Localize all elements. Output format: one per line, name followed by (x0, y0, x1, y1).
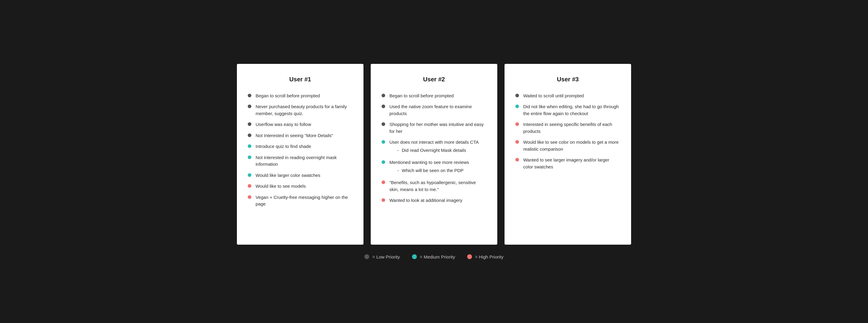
legend-dot-low (364, 254, 369, 259)
low-priority-dot (516, 94, 519, 97)
sub-dash: - (397, 147, 399, 154)
medium-priority-dot (248, 156, 251, 159)
list-item: Would like to see color on models to get… (516, 139, 620, 153)
bullet-list-user2: Began to scroll before promptedUsed the … (381, 93, 487, 204)
list-item-text: User does not interact with more details… (390, 139, 479, 155)
legend-dot-high (467, 254, 472, 259)
list-item: Not Interested in seeing "More Details" (248, 132, 352, 139)
list-item-text: Never purchased beauty products for a fa… (255, 103, 352, 117)
list-item-text: Not interested in reading overnight mask… (255, 154, 352, 168)
high-priority-dot (248, 184, 251, 188)
list-item: User does not interact with more details… (381, 139, 487, 155)
legend-item-low: = Low Priority (364, 254, 400, 259)
high-priority-dot (516, 140, 519, 144)
list-item-text: Began to scroll before prompted (390, 93, 454, 99)
list-item: Never purchased beauty products for a fa… (248, 103, 352, 117)
list-item: Waited to scroll until prompted (516, 93, 620, 99)
list-item: Mentioned wanting to see more reviews-Wh… (381, 159, 487, 175)
list-item-text: Used the native zoom feature to examine … (390, 103, 487, 117)
list-item: "Benefits, such as hypoallergenic, sensi… (381, 179, 487, 193)
high-priority-dot (381, 181, 385, 184)
legend: = Low Priority= Medium Priority= High Pr… (364, 254, 503, 259)
low-priority-dot (381, 122, 385, 126)
medium-priority-dot (381, 140, 385, 144)
list-item: Introduce quiz to find shade (248, 143, 352, 150)
legend-label-low: = Low Priority (372, 254, 400, 259)
list-item-text: Wanted to look at additional imagery (390, 197, 462, 204)
legend-label-high: = High Priority (475, 254, 504, 259)
medium-priority-dot (516, 104, 519, 108)
sub-list-item: -Which will be seen on the PDP (390, 167, 469, 174)
sub-item-text: Did read Overnight Mask details (402, 147, 466, 154)
card-title-user2: User #2 (381, 76, 487, 83)
list-item-text: Would like to see models (255, 183, 306, 190)
list-item-text: Interested in seeing specific benefits o… (523, 121, 620, 135)
card-user1: User #1Began to scroll before promptedNe… (237, 64, 364, 245)
list-item: Wanted to see larger imagery and/or larg… (516, 157, 620, 170)
legend-label-medium: = Medium Priority (420, 254, 455, 259)
sub-dash: - (397, 167, 399, 174)
legend-dot-medium (412, 254, 417, 259)
low-priority-dot (381, 94, 385, 97)
list-item: Began to scroll before prompted (381, 93, 487, 99)
high-priority-dot (381, 198, 385, 202)
medium-priority-dot (248, 144, 251, 148)
low-priority-dot (248, 94, 251, 97)
list-item: Vegan + Cruelty-free messaging higher on… (248, 194, 352, 207)
card-user3: User #3Waited to scroll until promptedDi… (504, 64, 631, 245)
list-item-text: "Benefits, such as hypoallergenic, sensi… (390, 179, 487, 193)
high-priority-dot (516, 122, 519, 126)
list-item-text: Mentioned wanting to see more reviews-Wh… (390, 159, 469, 175)
list-item: Not interested in reading overnight mask… (248, 154, 352, 168)
card-title-user3: User #3 (516, 76, 620, 83)
list-item-text: Did not like when editing, she had to go… (523, 103, 620, 117)
list-item: Did not like when editing, she had to go… (516, 103, 620, 117)
list-item-text: Wanted to see larger imagery and/or larg… (523, 157, 620, 170)
sub-item-text: Which will be seen on the PDP (402, 167, 464, 174)
medium-priority-dot (381, 160, 385, 164)
low-priority-dot (248, 122, 251, 126)
sub-list-item: -Did read Overnight Mask details (390, 147, 479, 154)
list-item: Userflow was easy to follow (248, 121, 352, 128)
bullet-list-user3: Waited to scroll until promptedDid not l… (516, 93, 620, 170)
low-priority-dot (248, 133, 251, 137)
list-item-text: Introduce quiz to find shade (255, 143, 311, 150)
card-user2: User #2Began to scroll before promptedUs… (371, 64, 497, 245)
list-item-text: Would like to see color on models to get… (523, 139, 620, 153)
legend-item-high: = High Priority (467, 254, 504, 259)
list-item: Shopping for her mother was intuitive an… (381, 121, 487, 135)
low-priority-dot (381, 104, 385, 108)
list-item-text: Userflow was easy to follow (255, 121, 311, 128)
list-item: Used the native zoom feature to examine … (381, 103, 487, 117)
high-priority-dot (516, 158, 519, 162)
list-item: Would like larger color swatches (248, 172, 352, 179)
medium-priority-dot (248, 173, 251, 177)
legend-item-medium: = Medium Priority (412, 254, 455, 259)
list-item-text: Vegan + Cruelty-free messaging higher on… (255, 194, 352, 207)
list-item-text: Shopping for her mother was intuitive an… (390, 121, 487, 135)
list-item: Interested in seeing specific benefits o… (516, 121, 620, 135)
list-item: Wanted to look at additional imagery (381, 197, 487, 204)
high-priority-dot (248, 195, 251, 199)
list-item-text: Waited to scroll until prompted (523, 93, 584, 99)
cards-container: User #1Began to scroll before promptedNe… (223, 64, 645, 245)
list-item-text: Began to scroll before prompted (255, 93, 320, 99)
list-item: Began to scroll before prompted (248, 93, 352, 99)
card-title-user1: User #1 (248, 76, 352, 83)
list-item-text: Would like larger color swatches (255, 172, 320, 179)
bullet-list-user1: Began to scroll before promptedNever pur… (248, 93, 352, 207)
low-priority-dot (248, 104, 251, 108)
list-item: Would like to see models (248, 183, 352, 190)
list-item-text: Not Interested in seeing "More Details" (255, 132, 333, 139)
